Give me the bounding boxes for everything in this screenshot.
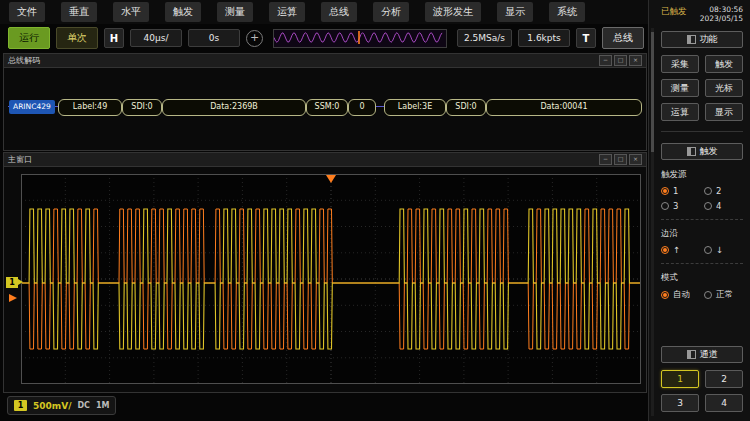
radio-label: 正常 [716,289,733,301]
radio-label: ↑ [673,245,680,255]
clock-date: 2023/05/15 [700,14,743,23]
maximize-icon[interactable]: □ [614,154,627,165]
trigger-edge-falling[interactable]: ↓ [704,245,743,255]
channel1-info[interactable]: 1 500mV/ DC 1M [7,396,116,415]
single-button[interactable]: 单次 [56,27,98,49]
horizontal-h-button[interactable]: H [104,28,124,48]
decode-segment: Data:2369B [162,99,306,116]
menu-item-vertical[interactable]: 垂直 [61,2,97,22]
menu-item-bus[interactable]: 总线 [321,2,357,22]
trigger-section-label: 触发 [700,145,718,158]
menu-item-measure[interactable]: 测量 [217,2,253,22]
function-button-cursor[interactable]: 光标 [705,79,743,97]
trigger-source-4[interactable]: 4 [704,201,743,211]
clock-time: 08:30:56 [709,5,743,14]
menu-item-file[interactable]: 文件 [9,2,45,22]
minimize-icon[interactable]: − [599,154,612,165]
divider [661,131,743,132]
preview-waveform-icon [274,30,444,45]
menu-item-analysis[interactable]: 分析 [373,2,409,22]
oscilloscope-app: 文件垂直水平触发测量运算总线分析波形发生显示系统 运行 单次 H 40μs/ 0… [0,0,750,421]
main-window-body: 1 [4,167,646,392]
main-panel-title: 主窗口 [8,154,599,165]
scrollbar-thumb-icon[interactable] [651,32,654,152]
function-section-icon [687,35,696,44]
menu-item-waveform-gen[interactable]: 波形发生 [425,2,481,22]
channel-button-1[interactable]: 1 [661,370,699,388]
horizontal-offset-value[interactable]: 0s [188,29,240,47]
menu-item-system[interactable]: 系统 [549,2,585,22]
trigger-source-2[interactable]: 2 [704,186,743,196]
trigger-section-icon [687,147,696,156]
function-button-math[interactable]: 运算 [661,103,699,121]
decode-segment: Label:3E [384,99,446,116]
trigger-mode-auto[interactable]: 自动 [661,289,700,301]
zoom-plus-icon[interactable]: + [246,30,263,47]
maximize-icon[interactable]: □ [614,55,627,66]
channel1-coupling: DC [77,401,90,410]
trigger-edge-rising[interactable]: ↑ [661,245,700,255]
decode-window-controls: −□× [599,55,642,66]
function-button-trigger[interactable]: 触发 [705,55,743,73]
timebase-value[interactable]: 40μs/ [130,29,182,47]
trigger-mode-normal[interactable]: 正常 [704,289,743,301]
main-panel-titlebar[interactable]: 主窗口 −□× [4,153,646,167]
run-button[interactable]: 运行 [8,27,50,49]
section-header-trigger[interactable]: 触发 [661,143,743,160]
close-icon[interactable]: × [629,154,642,165]
channel-button-4[interactable]: 4 [705,394,743,412]
minimize-icon[interactable]: − [599,55,612,66]
channel-section-icon [687,350,696,359]
menu-item-math[interactable]: 运算 [269,2,305,22]
function-button-measure[interactable]: 测量 [661,79,699,97]
radio-icon [661,246,669,254]
trigger-level-marker-icon[interactable] [9,294,17,302]
sample-rate-display: 2.5MSa/s [457,29,512,47]
function-button-acquire[interactable]: 采集 [661,55,699,73]
channel1-level-marker[interactable]: 1 [6,277,18,288]
radio-icon [704,246,712,254]
trigger-source-label: 触发源 [661,169,743,181]
trigger-edge-label: 边沿 [661,228,743,240]
bus-button[interactable]: 总线 [602,27,644,49]
trigger-source-radios: 1234 [661,186,743,211]
decode-lane: ARINC429 Label:49SDI:0Data:2369BSSM:00La… [4,68,646,150]
sidebar: 已触发 08:30:56 2023/05/15 功能 采集触发测量光标运算显示 … [648,0,750,421]
decode-segment: SDI:0 [446,99,486,116]
function-button-display[interactable]: 显示 [705,103,743,121]
radio-label: 3 [673,201,678,211]
decode-segment: Label:49 [58,99,122,116]
main-window-controls: −□× [599,154,642,165]
trigger-t-button[interactable]: T [576,28,596,48]
main-window-panel: 主窗口 −□× 1 [3,152,647,393]
channel-button-3[interactable]: 3 [661,394,699,412]
trigger-edge-radios: ↑↓ [661,245,743,255]
menu-item-display[interactable]: 显示 [497,2,533,22]
section-header-channel[interactable]: 通道 [661,346,743,363]
channel-section-label: 通道 [700,348,718,361]
waveform-preview[interactable] [273,29,447,48]
channel-buttons: 1234 [661,370,743,412]
status-row: 已触发 08:30:56 2023/05/15 [661,2,743,26]
trigger-source-3[interactable]: 3 [661,201,700,211]
radio-label: 自动 [673,289,690,301]
memory-depth-display: 1.6kpts [518,29,570,47]
radio-icon [704,202,712,210]
bottom-bar: 1 500mV/ DC 1M [0,393,648,421]
channel-button-2[interactable]: 2 [705,370,743,388]
waveform-display[interactable] [21,174,641,384]
decode-segment: SSM:0 [306,99,348,116]
trigger-source-1[interactable]: 1 [661,186,700,196]
radio-icon [661,202,669,210]
menu-item-horizontal[interactable]: 水平 [113,2,149,22]
menu-bar: 文件垂直水平触发测量运算总线分析波形发生显示系统 [0,0,657,24]
menu-item-trigger[interactable]: 触发 [165,2,201,22]
close-icon[interactable]: × [629,55,642,66]
decode-panel-titlebar[interactable]: 总线解码 −□× [4,54,646,68]
section-header-function[interactable]: 功能 [661,31,743,48]
function-section-label: 功能 [700,33,718,46]
decode-segment: SDI:0 [122,99,162,116]
trigger-mode-label: 模式 [661,272,743,284]
radio-label: 4 [716,201,721,211]
sidebar-scrollbar[interactable] [651,28,654,416]
